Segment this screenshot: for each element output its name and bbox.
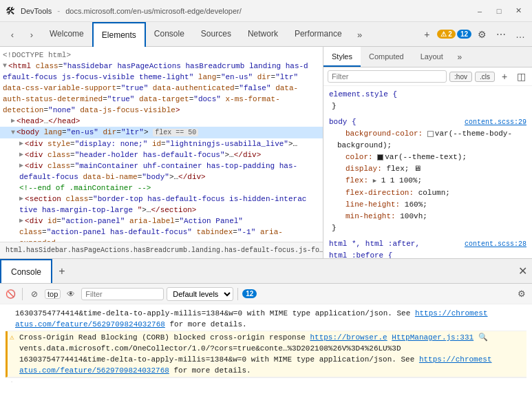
console-eye-button[interactable]: 👁	[63, 286, 78, 302]
styles-content: element.style { } body { content.scss:29…	[323, 86, 532, 258]
html-section-cont: tive has-margin-top-large ">…</section>	[0, 205, 323, 216]
minimize-button[interactable]: –	[471, 4, 488, 18]
console-input[interactable]	[19, 381, 521, 382]
console-filter-toggle[interactable]: ⊘	[27, 286, 42, 302]
elements-content: <!DOCTYPE html> ▼ <html class="hasSideba…	[0, 47, 323, 242]
search-icon[interactable]: 🔍	[478, 333, 488, 342]
console-link-1[interactable]: https://chromest	[415, 309, 488, 317]
html-div-main[interactable]: ▶ <div class="mainContainer uhf-containe…	[0, 160, 323, 171]
toolbar-separator-2	[237, 288, 238, 300]
hov-button[interactable]: :hov	[449, 72, 472, 82]
console-settings-button[interactable]: ⚙	[514, 286, 529, 302]
maximize-button[interactable]: □	[491, 4, 507, 18]
customize-button[interactable]: ⋯	[492, 25, 510, 43]
html-div-header[interactable]: ▶ <div class="header-holder has-default-…	[0, 149, 323, 160]
action-arrow[interactable]: ▶	[19, 216, 23, 227]
html-div-action[interactable]: ▶ <div id="action-panel" aria-label="Act…	[0, 216, 323, 227]
console-clear-button[interactable]: 🚫	[3, 286, 18, 302]
html-div-main-cont: default-focus data-bi-name="body">…</div…	[0, 171, 323, 182]
console-link-1b[interactable]: atus.com/feature/5629709824032768	[15, 320, 165, 328]
console-add-tab-button[interactable]: +	[52, 259, 72, 284]
css-rule-html-star: html *, html :after, content.scss:28 htm…	[329, 238, 526, 258]
tab-network[interactable]: Network	[240, 22, 286, 46]
cls-button[interactable]: .cls	[475, 72, 495, 82]
css-rule-selector-html-star: html *, html :after, content.scss:28	[329, 238, 526, 250]
html-body[interactable]: ▼ <body lang="en-us" dir="ltr"> flex == …	[0, 127, 323, 138]
console-input-row: >	[6, 377, 526, 382]
console-link-httpmanager[interactable]: HttpManager.js:331	[392, 333, 474, 342]
lightning-arrow[interactable]: ▶	[19, 138, 23, 149]
tab-elements[interactable]: Elements	[92, 22, 146, 47]
css-source-html-star[interactable]: content.scss:28	[465, 238, 526, 250]
css-rule-selector-html-before: html :before {	[329, 250, 526, 258]
tab-performance[interactable]: Performance	[286, 22, 350, 46]
html-div-lightning[interactable]: ▶ <div style="display: none;" id="lightn…	[0, 138, 323, 149]
console-link-3b[interactable]: atus.com/feature/5629709824032768	[19, 366, 169, 375]
color-swatch-text[interactable]	[377, 154, 383, 160]
titlebar-separator: -	[57, 6, 60, 16]
more-options-button[interactable]: …	[511, 25, 529, 43]
devtools-back-button[interactable]: ‹	[3, 22, 22, 47]
settings-button[interactable]: ⚙	[473, 25, 491, 43]
console-link-2[interactable]: https://browser.e	[310, 333, 387, 342]
tab-sources[interactable]: Sources	[193, 22, 240, 46]
tab-console-main[interactable]: Console	[0, 259, 52, 283]
styles-panel: Styles Computed Layout » :hov .cls + ◫ e…	[323, 47, 532, 258]
console-level-select[interactable]: Default levels	[167, 287, 233, 301]
add-tab-button[interactable]: +	[418, 25, 436, 43]
more-tabs-button[interactable]: »	[350, 22, 370, 47]
css-source-body[interactable]: content.scss:29	[465, 116, 526, 128]
html-attr-3: auth-status-determined="true" data-targe…	[0, 94, 323, 105]
devtools-forward-button[interactable]: ›	[22, 22, 41, 47]
tab-console[interactable]: Console	[146, 22, 193, 46]
tab-styles[interactable]: Styles	[323, 47, 361, 67]
section-arrow[interactable]: ▶	[19, 194, 23, 205]
toolbar-separator-1	[22, 288, 23, 300]
tab-layout[interactable]: Layout	[412, 47, 451, 67]
header-arrow[interactable]: ▶	[19, 149, 23, 160]
css-rule-body: body { content.scss:29 background-color:…	[329, 116, 526, 234]
console-link-3[interactable]: https://chromest	[419, 355, 492, 364]
css-prop-bgcolor: background-color: var(--theme-body-backg…	[337, 128, 526, 152]
main-arrow[interactable]: ▶	[19, 160, 23, 171]
console-area: Console + ✕ 🚫 ⊘ top 👁 Default levels 12 …	[0, 258, 532, 382]
tab-welcome[interactable]: Welcome	[41, 22, 92, 46]
more-styles-tabs[interactable]: »	[451, 47, 468, 67]
html-section[interactable]: ▶ <section class="border-top has-default…	[0, 194, 323, 205]
devtools-main: <!DOCTYPE html> ▼ <html class="hasSideba…	[0, 47, 532, 258]
css-prop-color: color: var(--theme-text);	[337, 152, 526, 163]
styles-filter-input[interactable]	[328, 70, 447, 83]
css-prop-line-height: line-height: 160%;	[337, 199, 526, 211]
console-content: 16303754774414&time-delta-to-apply-milli…	[0, 304, 532, 382]
head-arrow[interactable]: ▶	[11, 116, 15, 127]
warning-badge: ⚠ 2	[437, 30, 456, 39]
html-doctype[interactable]: <!DOCTYPE html>	[0, 50, 323, 61]
console-filter-input[interactable]	[81, 288, 164, 300]
color-swatch-bg[interactable]	[427, 131, 434, 137]
html-head[interactable]: ▶ <head>…</head>	[0, 116, 323, 127]
css-prop-flex: flex: ▶ 1 1 100%;	[337, 175, 526, 187]
add-style-button[interactable]: +	[498, 70, 511, 83]
devtools-tabbar: ‹ › Welcome Elements Console Sources Net…	[0, 22, 532, 47]
console-tabbar: Console + ✕	[0, 259, 532, 284]
console-tab-spacer	[72, 259, 513, 283]
toggle-style-button[interactable]: ◫	[514, 70, 528, 83]
close-button[interactable]: ✕	[510, 4, 526, 18]
body-arrow[interactable]: ▼	[11, 127, 15, 138]
css-prop-min-height: min-height: 100vh;	[337, 211, 526, 222]
css-prop-display: display: flex; 🖥	[337, 163, 526, 175]
console-message-warn: ⚠ Cross-Origin Read Blocking (CORB) bloc…	[6, 331, 526, 377]
css-rule-selector-body: body { content.scss:29	[329, 116, 526, 128]
console-message-1: 16303754774414&time-delta-to-apply-milli…	[6, 307, 526, 331]
console-top-label: top	[45, 289, 61, 299]
css-prop-flex-direction: flex-direction: column;	[337, 187, 526, 199]
html-comment: <!--end of .mainContainer -->	[0, 182, 323, 194]
tab-computed[interactable]: Computed	[361, 47, 412, 67]
html-tag-open[interactable]: ▼ <html class="hasSidebar hasPageActions…	[0, 61, 323, 72]
expand-arrow[interactable]: ▼	[3, 61, 7, 72]
css-rule-selector-element: element.style {	[329, 89, 526, 101]
console-close-button[interactable]: ✕	[513, 259, 532, 283]
css-rule-close-element: }	[329, 101, 526, 112]
devtools-icon: 🛠	[6, 6, 15, 17]
console-toolbar: 🚫 ⊘ top 👁 Default levels 12 ⚙	[0, 284, 532, 304]
